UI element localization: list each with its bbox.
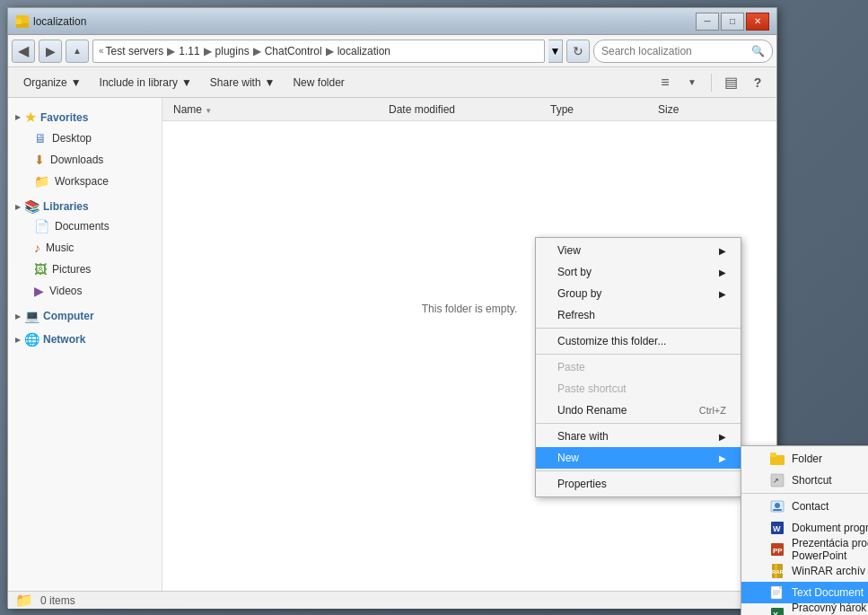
window-icon [15, 14, 30, 29]
sort-by-arrow-icon: ▶ [719, 268, 726, 277]
new-arrow-icon: ▶ [719, 453, 726, 463]
share-with-button[interactable]: Share with ▼ [202, 71, 284, 94]
libraries-header[interactable]: ▶ 📚 Libraries [8, 196, 162, 215]
computer-section: ▶ 💻 Computer [8, 305, 162, 325]
col-header-date[interactable]: Date modified [385, 103, 547, 116]
network-label: Network [43, 333, 85, 346]
menu-item-view[interactable]: View ▶ [536, 240, 741, 261]
include-library-arrow: ▼ [181, 76, 192, 89]
status-bar: 📁 0 items [8, 591, 776, 609]
views-dropdown-button[interactable]: ▼ [680, 71, 704, 94]
minimize-button[interactable]: ─ [696, 13, 719, 31]
workspace-icon: 📁 [34, 174, 49, 189]
sidebar-music-label: Music [46, 242, 74, 254]
path-1-11[interactable]: 1.11 [179, 45, 199, 57]
menu-separator-3 [536, 423, 741, 424]
views-button[interactable]: ≡ [653, 71, 677, 94]
menu-item-new[interactable]: New ▶ Folder [536, 447, 741, 469]
favorites-header[interactable]: ▶ ★ Favorites [8, 105, 162, 127]
menu-item-sort-by[interactable]: Sort by ▶ [536, 261, 741, 283]
submenu-rar[interactable]: RAR WinRAR archív [741, 560, 868, 582]
menu-separator-2 [536, 354, 741, 355]
up-button[interactable]: ▲ [66, 40, 89, 63]
menu-item-customize[interactable]: Customize this folder... [536, 330, 741, 352]
sidebar-workspace-label: Workspace [55, 175, 109, 188]
sidebar-documents-label: Documents [55, 220, 110, 233]
sidebar-pictures-label: Pictures [52, 263, 91, 276]
sidebar-item-music[interactable]: ♪ Music [8, 237, 162, 259]
content-area[interactable]: Name ▼ Date modified Type Size This fold… [162, 98, 776, 591]
address-path[interactable]: « Test servers ▶ 1.11 ▶ plugins ▶ ChatCo… [92, 40, 545, 63]
word-icon-sm: W [770, 521, 785, 535]
menu-item-refresh[interactable]: Refresh [536, 304, 741, 326]
path-plugins[interactable]: plugins [215, 45, 250, 57]
search-box[interactable]: 🔍 [593, 40, 773, 63]
explorer-window: localization ─ □ ✕ ◀ ▶ ▲ « Test servers … [7, 7, 777, 608]
menu-item-properties[interactable]: Properties [536, 473, 741, 495]
sidebar-item-downloads[interactable]: ⬇ Downloads [8, 149, 162, 171]
ppt-icon-sm: PP [770, 542, 785, 557]
address-dropdown[interactable]: ▼ [548, 40, 563, 63]
col-header-type[interactable]: Type [547, 103, 654, 116]
new-folder-button[interactable]: New folder [285, 71, 352, 94]
col-header-name[interactable]: Name ▼ [170, 103, 385, 116]
search-icon: 🔍 [751, 45, 765, 57]
sidebar-item-desktop[interactable]: 🖥 Desktop [8, 127, 162, 149]
libraries-section: ▶ 📚 Libraries 📄 Documents ♪ Music 🖼 Pict… [8, 196, 162, 302]
address-bar: ◀ ▶ ▲ « Test servers ▶ 1.11 ▶ plugins ▶ … [8, 35, 776, 67]
forward-button[interactable]: ▶ [39, 40, 62, 63]
share-with-arrow: ▼ [265, 76, 276, 89]
menu-item-group-by[interactable]: Group by ▶ [536, 283, 741, 304]
preview-pane-button[interactable]: ▤ [719, 71, 742, 94]
col-header-size[interactable]: Size [654, 103, 744, 116]
submenu-contact[interactable]: Contact [741, 496, 868, 517]
sidebar-item-pictures[interactable]: 🖼 Pictures [8, 259, 162, 280]
sidebar-item-workspace[interactable]: 📁 Workspace [8, 171, 162, 192]
submenu-folder[interactable]: Folder [741, 448, 868, 470]
status-item-count: 0 items [40, 594, 75, 607]
path-localization[interactable]: localization [338, 45, 390, 57]
maximize-button[interactable]: □ [721, 13, 744, 31]
menu-item-undo-rename[interactable]: Undo Rename Ctrl+Z [536, 400, 741, 421]
path-chatcontrol[interactable]: ChatControl [265, 45, 322, 57]
menu-item-share-with[interactable]: Share with ▶ [536, 426, 741, 447]
title-bar: localization ─ □ ✕ [8, 8, 776, 35]
svg-point-8 [775, 503, 780, 508]
libraries-expand-icon: ▶ [15, 203, 21, 211]
music-icon: ♪ [34, 241, 40, 255]
computer-expand-icon: ▶ [15, 312, 21, 321]
documents-icon: 📄 [34, 219, 49, 233]
submenu-shortcut[interactable]: ↗ Shortcut [741, 470, 868, 491]
toolbar: Organize ▼ Include in library ▼ Share wi… [8, 67, 776, 98]
context-menu: View ▶ Sort by ▶ Group by ▶ Refresh Cust… [535, 237, 741, 497]
submenu-text-doc[interactable]: Text Document [741, 582, 868, 603]
path-test-servers[interactable]: Test servers [106, 45, 164, 57]
desktop-icon: 🖥 [34, 131, 47, 145]
menu-item-paste-shortcut: Paste shortcut [536, 378, 741, 400]
back-button[interactable]: ◀ [12, 40, 35, 63]
refresh-button[interactable]: ↻ [566, 40, 590, 63]
column-headers: Name ▼ Date modified Type Size [162, 98, 776, 121]
undo-rename-shortcut: Ctrl+Z [699, 405, 726, 416]
favorites-star-icon: ★ [24, 109, 37, 126]
favorites-section: ▶ ★ Favorites 🖥 Desktop ⬇ Downloads 📁 Wo… [8, 105, 162, 192]
submenu-excel[interactable]: X Pracovný hárok programu Microsoft Exce… [741, 603, 868, 615]
submenu-ppt[interactable]: PP Prezentácia programu Microsoft PowerP… [741, 539, 868, 560]
contact-icon-sm [770, 499, 785, 514]
search-input[interactable] [601, 45, 748, 57]
close-button[interactable]: ✕ [746, 13, 769, 31]
network-expand-icon: ▶ [15, 336, 21, 344]
network-header[interactable]: ▶ 🌐 Network [8, 329, 162, 348]
submenu-word[interactable]: W Dokument programu Microsoft Word [741, 517, 868, 539]
network-section: ▶ 🌐 Network [8, 329, 162, 348]
svg-text:PP: PP [773, 547, 783, 555]
new-folder-label: New folder [293, 76, 344, 89]
help-button[interactable]: ? [746, 71, 769, 94]
sidebar-item-documents[interactable]: 📄 Documents [8, 215, 162, 237]
sidebar-item-videos[interactable]: ▶ Videos [8, 280, 162, 302]
organize-button[interactable]: Organize ▼ [15, 71, 90, 94]
include-library-button[interactable]: Include in library ▼ [92, 71, 200, 94]
computer-header[interactable]: ▶ 💻 Computer [8, 305, 162, 325]
libraries-label: Libraries [43, 200, 89, 213]
title-controls: ─ □ ✕ [696, 13, 769, 31]
